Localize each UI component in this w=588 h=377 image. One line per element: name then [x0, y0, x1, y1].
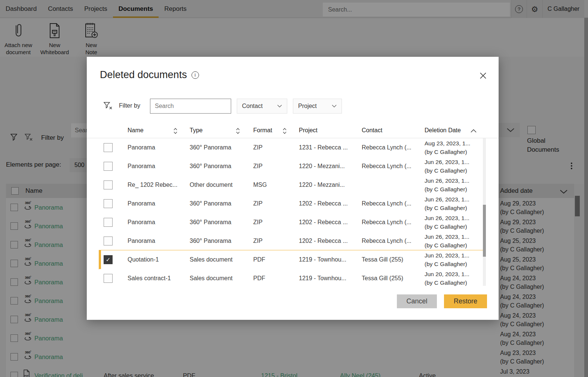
deleted-documents-table-header: Name Type Format Project Contact Deletio… [87, 123, 499, 138]
row-checkbox[interactable] [104, 218, 113, 227]
deleted-documents-search-input[interactable] [150, 99, 231, 114]
cancel-button[interactable]: Cancel [397, 294, 437, 308]
deletion-date: Jun 20, 2023, 1...(by C Gallagher) [425, 270, 483, 287]
deletion-date: Jun 26, 2023, 1...(by C Gallagher) [425, 176, 483, 194]
deleted-document-row[interactable]: Panorama 360° Panorama ZIP 1202 - Rebecc… [99, 232, 483, 250]
column-header-deletion-date[interactable]: Deletion Date [425, 127, 461, 134]
document-type: 360° Panorama [190, 144, 249, 151]
document-type: Sales document [190, 275, 249, 282]
project-filter-label: Project [298, 103, 317, 109]
dialog-title: Deleted documents [100, 69, 187, 81]
document-format: ZIP [253, 200, 287, 207]
document-type: 360° Panorama [190, 163, 249, 170]
deleted-document-row[interactable]: Panorama 360° Panorama ZIP 1202 - Rebecc… [99, 213, 483, 232]
document-project: 1220 - Mezzani... [299, 163, 356, 170]
project-filter-select[interactable]: Project [293, 99, 342, 114]
sort-ascending-icon[interactable] [471, 129, 477, 133]
document-name: Panorama [128, 144, 187, 151]
column-header-project[interactable]: Project [299, 127, 318, 134]
row-checkbox[interactable] [104, 162, 113, 171]
chevron-down-icon [277, 105, 282, 108]
document-type: Sales document [190, 256, 249, 263]
deleted-documents-table-body: Panorama 360° Panorama ZIP 1231 - Rebecc… [99, 138, 483, 288]
document-contact: Rebecca Lynch (... [362, 163, 421, 170]
document-name: Panorama [128, 163, 187, 170]
document-project: 1219 - Townhou... [299, 256, 356, 263]
document-format: ZIP [253, 163, 287, 170]
sort-icon[interactable] [283, 128, 287, 134]
deletion-date: Jun 26, 2023, 1...(by C Gallagher) [425, 232, 483, 250]
document-format: ZIP [253, 219, 287, 226]
contact-filter-label: Contact [242, 103, 263, 109]
document-format: MSG [253, 182, 287, 188]
document-type: 360° Panorama [190, 238, 249, 244]
document-format: ZIP [253, 144, 287, 151]
dialog-scrollbar-thumb[interactable] [483, 205, 486, 257]
row-checkbox[interactable] [104, 255, 113, 264]
document-type: Other document [190, 182, 249, 188]
close-icon[interactable] [478, 70, 488, 81]
deletion-date: Aug 23, 2023, 1...(by C Gallagher) [425, 139, 483, 156]
row-checkbox[interactable] [104, 199, 113, 208]
dialog-scrollbar[interactable] [483, 138, 486, 286]
document-type: 360° Panorama [190, 219, 249, 226]
deleted-document-row[interactable]: Panorama 360° Panorama ZIP 1231 - Rebecc… [99, 138, 483, 157]
deletion-date: Jun 26, 2023, 1...(by C Gallagher) [425, 158, 483, 175]
sort-icon[interactable] [236, 128, 240, 134]
document-name: Panorama [128, 238, 187, 244]
document-contact: Rebecca Lynch (... [362, 238, 421, 244]
deleted-documents-dialog: Deleted documents i Filter by Contact Pr… [87, 57, 499, 320]
deletion-date: Jun 26, 2023, 1...(by C Gallagher) [425, 214, 483, 231]
document-project: 1231 - Rebecca ... [299, 144, 356, 151]
row-checkbox[interactable] [104, 237, 113, 245]
deleted-document-row[interactable]: Quotation-1 Sales document PDF 1219 - To… [99, 250, 483, 269]
column-header-type[interactable]: Type [190, 127, 203, 134]
document-project: 1202 - Rebecca ... [299, 219, 356, 226]
document-contact: Tessa Gill (255) [362, 275, 421, 282]
restore-button[interactable]: Restore [444, 294, 487, 308]
column-header-contact[interactable]: Contact [362, 127, 382, 134]
document-name: Panorama [128, 200, 187, 207]
document-name: Sales contract-1 [128, 275, 187, 282]
contact-filter-select[interactable]: Contact [237, 99, 287, 114]
row-checkbox[interactable] [104, 143, 113, 152]
document-project: 1220 - Mezzani... [299, 182, 356, 188]
document-name: Quotation-1 [128, 256, 187, 263]
document-name: Re_ 1202 Rebec... [128, 182, 187, 188]
deleted-document-row[interactable]: Panorama 360° Panorama ZIP 1220 - Mezzan… [99, 157, 483, 176]
column-header-name[interactable]: Name [128, 127, 144, 134]
document-project: 1202 - Rebecca ... [299, 238, 356, 244]
column-header-format[interactable]: Format [253, 127, 272, 134]
deletion-date: Jun 20, 2023, 1...(by C Gallagher) [425, 251, 483, 268]
row-checkbox[interactable] [104, 180, 113, 189]
deleted-document-row[interactable]: Panorama 360° Panorama ZIP 1202 - Rebecc… [99, 194, 483, 213]
document-name: Panorama [128, 219, 187, 226]
document-contact: Rebecca Lynch (... [362, 200, 421, 207]
deletion-date: Jun 26, 2023, 1...(by C Gallagher) [425, 195, 483, 212]
info-icon[interactable]: i [192, 71, 199, 79]
deleted-document-row[interactable]: Sales contract-1 Sales document PDF 1219… [99, 269, 483, 288]
document-format: PDF [253, 275, 287, 282]
document-contact: Rebecca Lynch (... [362, 219, 421, 226]
document-project: 1202 - Rebecca ... [299, 200, 356, 207]
sort-icon[interactable] [174, 128, 177, 134]
row-checkbox[interactable] [104, 274, 113, 283]
document-format: PDF [253, 256, 287, 263]
chevron-down-icon [332, 105, 337, 108]
deleted-document-row[interactable]: Re_ 1202 Rebec... Other document MSG 122… [99, 176, 483, 194]
document-contact: Rebecca Lynch (... [362, 144, 421, 151]
document-contact: Tessa Gill (255) [362, 256, 421, 263]
document-format: ZIP [253, 238, 287, 244]
clear-filter-icon[interactable] [104, 102, 113, 110]
document-project: 1219 - Townhou... [299, 275, 356, 282]
filter-by-label: Filter by [119, 102, 140, 109]
document-type: 360° Panorama [190, 200, 249, 207]
